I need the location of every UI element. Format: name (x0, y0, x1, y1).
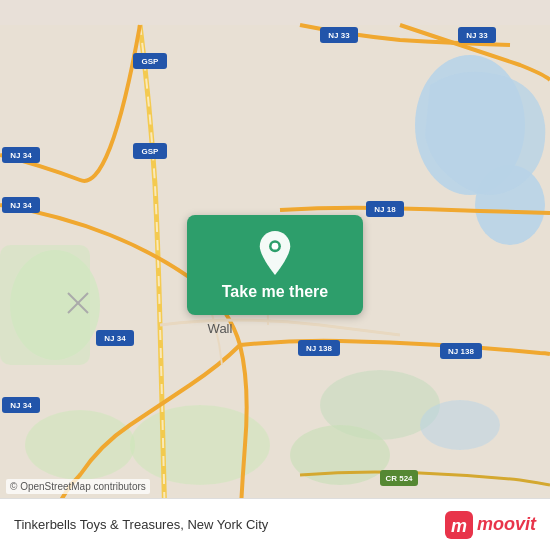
svg-text:NJ 33: NJ 33 (466, 31, 488, 40)
moovit-logo: m moovit (445, 511, 536, 539)
svg-text:Wall: Wall (208, 321, 233, 336)
svg-text:NJ 34: NJ 34 (10, 201, 32, 210)
map-container: NJ 34 NJ 34 NJ 34 NJ 34 GSP GSP NJ 33 NJ… (0, 0, 550, 550)
svg-text:NJ 34: NJ 34 (10, 401, 32, 410)
moovit-text: moovit (477, 514, 536, 535)
location-name: Tinkerbells Toys & Treasures, New York C… (14, 517, 268, 532)
svg-point-6 (420, 400, 500, 450)
map-attribution: © OpenStreetMap contributors (6, 479, 150, 494)
svg-text:NJ 33: NJ 33 (328, 31, 350, 40)
svg-text:m: m (451, 516, 467, 536)
take-me-there-card[interactable]: Take me there (187, 215, 363, 315)
bottom-bar: Tinkerbells Toys & Treasures, New York C… (0, 498, 550, 550)
svg-text:GSP: GSP (142, 147, 160, 156)
location-pin-icon (253, 231, 297, 275)
svg-point-38 (272, 243, 279, 250)
svg-text:NJ 34: NJ 34 (104, 334, 126, 343)
svg-text:GSP: GSP (142, 57, 160, 66)
svg-text:CR 524: CR 524 (385, 474, 413, 483)
svg-text:NJ 34: NJ 34 (10, 151, 32, 160)
svg-point-8 (130, 405, 270, 485)
take-me-there-button[interactable]: Take me there (222, 283, 328, 301)
svg-text:NJ 18: NJ 18 (374, 205, 396, 214)
moovit-icon: m (445, 511, 473, 539)
svg-point-9 (25, 410, 135, 480)
svg-text:NJ 138: NJ 138 (306, 344, 332, 353)
svg-text:NJ 138: NJ 138 (448, 347, 474, 356)
